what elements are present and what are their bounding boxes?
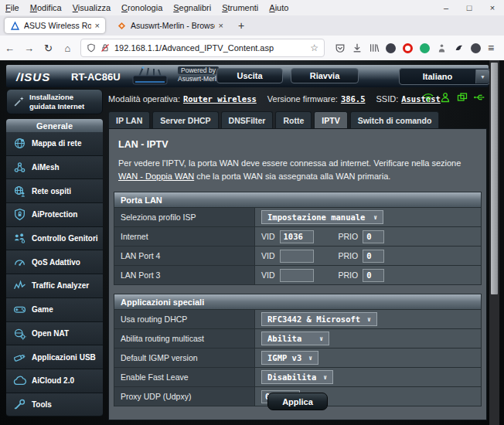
select-arrow-icon: ∨ <box>319 335 323 342</box>
mode-label: Modalità operativa: <box>108 94 180 104</box>
tab-ip-lan[interactable]: IP LAN <box>108 111 150 129</box>
extension-dark-circle-icon[interactable] <box>385 42 397 54</box>
sidebar-item-controllo-genitori[interactable]: Controllo Genitori <box>6 227 103 251</box>
window-minimize-button[interactable]: – <box>434 0 458 15</box>
menu-file[interactable]: File <box>0 3 25 12</box>
devices-icon[interactable] <box>456 91 468 104</box>
internet-prio-input[interactable] <box>363 230 384 243</box>
mode-link[interactable]: Router wireless <box>183 94 257 104</box>
usb-status-icon[interactable] <box>473 91 485 104</box>
menu-strumenti[interactable]: Strumenti <box>216 3 264 12</box>
menu-segnalibri[interactable]: Segnalibri <box>168 3 216 12</box>
insecure-lock-icon[interactable] <box>100 43 110 53</box>
page-scrollbar[interactable] <box>489 60 499 425</box>
pocket-icon[interactable] <box>334 42 346 54</box>
shield-lock-icon <box>12 208 26 222</box>
sidebar-item-applicazioni-usb[interactable]: Applicazioni USB <box>6 345 103 369</box>
tracking-shield-icon[interactable] <box>87 43 96 53</box>
reload-icon[interactable]: ↻ <box>39 42 58 54</box>
tab-asus-router[interactable]: ASUS Wireless Router RT-AC86U × <box>5 18 105 33</box>
scrollbar-thumb[interactable] <box>491 63 498 294</box>
menu-visualizza[interactable]: Visualizza <box>67 3 116 12</box>
lan4-prio-input[interactable] <box>363 250 384 263</box>
home-icon[interactable]: ⌂ <box>58 42 77 54</box>
apply-button[interactable]: Applica <box>267 393 328 410</box>
menu-aiuto[interactable]: Aiuto <box>264 3 294 12</box>
usb-drive-icon <box>12 350 26 364</box>
reboot-button[interactable]: Riavvia <box>291 68 359 83</box>
menu-hamburger-icon[interactable]: ≡ <box>488 42 494 54</box>
guest-network-icon <box>12 184 26 198</box>
new-tab-button[interactable]: + <box>238 19 244 32</box>
router-model: RT-AC86U <box>71 71 121 83</box>
tab-asuswrt-merlin[interactable]: Asuswrt-Merlin - Browse /RT-A × <box>111 18 229 33</box>
tab-rotte[interactable]: Rotte <box>275 111 312 129</box>
dhcp-routing-select[interactable]: RFC3442 & Microsoft ∨ <box>261 312 377 326</box>
sidebar-item-aicloud[interactable]: AiCloud 2.0 <box>6 369 103 393</box>
powered-by-label: Powered by Asuswrt-Merlin <box>178 66 221 84</box>
logout-button[interactable]: Uscita <box>216 68 283 83</box>
igmp-version-select[interactable]: IGMP v3 ∨ <box>261 351 318 365</box>
tab-close-icon[interactable]: × <box>219 21 223 30</box>
special-applications-table: Applicazioni speciali Usa routing DHCP R… <box>114 294 482 406</box>
asus-logo: /ISUS <box>16 70 50 83</box>
tab-bar: ASUS Wireless Router RT-AC86U × Asuswrt-… <box>0 15 504 36</box>
sidebar-item-tools[interactable]: Tools <box>6 393 103 417</box>
sidebar-item-open-nat[interactable]: Open NAT <box>6 322 103 346</box>
lan4-vid-input[interactable] <box>280 250 314 263</box>
multicast-routing-select[interactable]: Abilita ∨ <box>261 332 329 345</box>
router-banner: /ISUS RT-AC86U Powered by Asuswrt-Merlin… <box>6 65 489 87</box>
wrench-icon <box>12 397 26 411</box>
menu-modifica[interactable]: Modifica <box>25 3 67 12</box>
sidebar-item-qos-adattivo[interactable]: QoS Adattivo <box>6 250 103 274</box>
table-row: Usa routing DHCP RFC3442 & Microsoft ∨ <box>114 310 481 329</box>
sidebar-item-aiprotection[interactable]: AiProtection <box>6 203 103 227</box>
fast-leave-select[interactable]: Disabilita ∨ <box>261 370 333 384</box>
porta-lan-table: Porta LAN Seleziona profilo ISP Impostaz… <box>114 192 482 285</box>
browser-window: File Modifica Visualizza Cronologia Segn… <box>0 0 504 425</box>
sidebar-item-aimesh[interactable]: AiMesh <box>6 156 103 180</box>
forward-icon[interactable]: → <box>19 42 39 54</box>
isp-profile-select[interactable]: Impostazione manuale ∨ <box>261 210 383 224</box>
window-maximize-button[interactable]: □ <box>458 0 481 15</box>
bookmark-star-icon[interactable]: ☆ <box>310 42 318 53</box>
tab-dnsfilter[interactable]: DNSFilter <box>221 111 274 129</box>
dual-wan-link[interactable]: WAN - Doppia WAN <box>118 172 194 181</box>
url-input[interactable]: 192.168.1.1/Advanced_IPTV_Content.asp ☆ <box>80 39 325 57</box>
wifi-icon[interactable] <box>422 91 434 104</box>
parental-controls-icon <box>12 232 26 246</box>
internet-vid-input[interactable] <box>280 230 314 243</box>
back-icon[interactable]: ← <box>0 42 19 54</box>
table-row: LAN Port 4 VID PRIO <box>114 246 481 266</box>
tab-server-dhcp[interactable]: Server DHCP <box>152 111 218 129</box>
sidebar-item-mappa-di-rete[interactable]: Mappa di rete <box>6 132 103 156</box>
dark-bird-extension-icon[interactable] <box>453 42 465 54</box>
globe-gear-icon <box>12 326 26 340</box>
firmware-link[interactable]: 386.5 <box>341 94 366 104</box>
menu-cronologia[interactable]: Cronologia <box>116 3 168 12</box>
network-map-icon <box>12 137 26 151</box>
lan3-prio-input[interactable] <box>363 269 384 282</box>
tab-close-icon[interactable]: × <box>95 21 100 30</box>
person-extension-icon[interactable] <box>436 42 448 54</box>
dark-circle-extension-icon[interactable] <box>470 42 482 54</box>
traffic-wave-icon <box>12 279 26 293</box>
tab-title: ASUS Wireless Router RT-AC86U <box>24 21 91 30</box>
quick-setup-button[interactable]: Installazione guidata Internet <box>6 89 103 114</box>
tab-iptv[interactable]: IPTV <box>314 111 347 129</box>
sidebar-item-traffic-analyzer[interactable]: Traffic Analyzer <box>6 274 103 298</box>
library-icon[interactable] <box>368 42 380 54</box>
green-extension-icon[interactable] <box>419 42 431 54</box>
sidebar-item-game[interactable]: Game <box>6 298 103 322</box>
window-close-button[interactable]: × <box>481 0 504 15</box>
sidebar-section-generale: Generale <box>6 119 103 132</box>
language-select[interactable]: Italiano ▼ <box>399 68 490 85</box>
tab-switch-di-comando[interactable]: Switch di comando <box>350 111 440 129</box>
lan3-vid-input[interactable] <box>280 269 314 282</box>
red-ring-extension-icon[interactable] <box>402 42 414 54</box>
client-icon[interactable] <box>439 91 451 104</box>
select-arrow-icon: ∨ <box>323 374 327 381</box>
sidebar-item-rete-ospiti[interactable]: Rete ospiti <box>6 179 103 203</box>
table-row: LAN Port 3 VID PRIO <box>114 266 481 284</box>
downloads-icon[interactable] <box>351 42 363 54</box>
